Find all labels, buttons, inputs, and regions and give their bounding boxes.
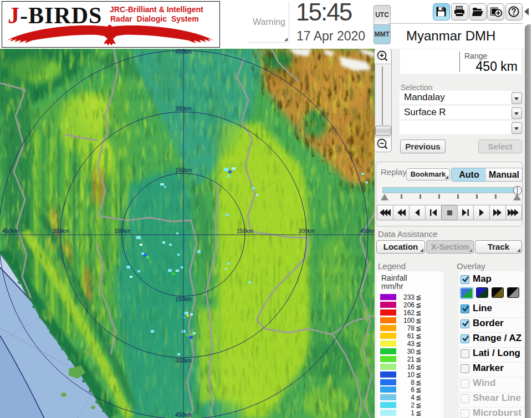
svg-text:300km: 300km [175, 358, 192, 364]
svg-text:300km: 300km [298, 228, 315, 234]
svg-text:150km: 150km [237, 228, 253, 234]
svg-text:450km: 450km [175, 412, 192, 418]
svg-text:300km: 300km [53, 228, 69, 234]
svg-text:300km: 300km [175, 106, 192, 112]
svg-text:150km: 150km [114, 228, 131, 234]
svg-text:450km: 450km [360, 228, 375, 234]
svg-text:450km: 450km [2, 228, 19, 234]
svg-text:150km: 150km [175, 167, 192, 173]
svg-text:450km: 450km [175, 49, 192, 55]
svg-text:150km: 150km [175, 296, 192, 302]
